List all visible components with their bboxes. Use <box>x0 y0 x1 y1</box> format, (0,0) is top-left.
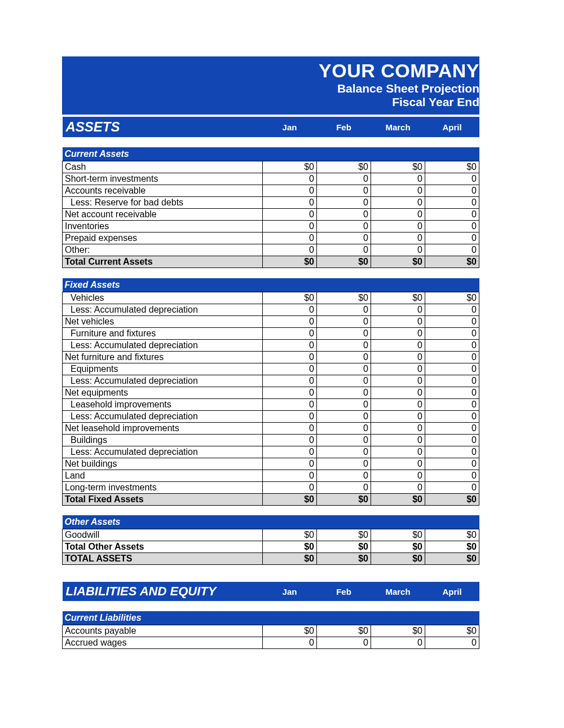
total-assets: TOTAL ASSETS $0 $0 $0 $0 <box>63 553 479 565</box>
row-label: Net vehicles <box>63 315 263 327</box>
month-feb: Feb <box>317 582 371 601</box>
row-value: 0 <box>263 434 317 446</box>
row-value: 0 <box>263 363 317 375</box>
row-value: 0 <box>317 185 371 197</box>
row-value: 0 <box>263 197 317 209</box>
row-value: 0 <box>371 197 425 209</box>
row-label: Inventories <box>63 221 263 233</box>
row-label: Land <box>63 470 263 481</box>
row-value: 0 <box>263 458 317 470</box>
row-value: $0 <box>371 625 425 637</box>
balance-sheet: YOUR COMPANY Balance Sheet Projection Fi… <box>62 56 479 649</box>
current-assets-header: Current Assets <box>63 147 479 161</box>
row-value: 0 <box>263 209 317 221</box>
row-value: 0 <box>371 434 425 446</box>
row-value: 0 <box>317 315 371 327</box>
row-value: 0 <box>317 398 371 410</box>
month-march: March <box>371 582 425 601</box>
table-row: Buildings0000 <box>63 434 479 446</box>
assets-title: ASSETS <box>63 117 263 137</box>
row-value: 0 <box>317 209 371 221</box>
table-row: Inventories0000 <box>63 221 479 233</box>
row-value: $0 <box>425 529 479 541</box>
row-value: $0 <box>425 625 479 637</box>
row-value: 0 <box>425 410 479 422</box>
row-value: 0 <box>425 339 479 351</box>
row-value: 0 <box>371 327 425 339</box>
row-value: $0 <box>317 292 371 304</box>
row-value: 0 <box>317 351 371 363</box>
row-value: 0 <box>263 173 317 185</box>
row-value: 0 <box>317 410 371 422</box>
row-value: $0 <box>317 529 371 541</box>
row-label: Accounts payable <box>63 625 263 637</box>
table-row: Less: Accumulated depreciation0000 <box>63 375 479 387</box>
row-value: $0 <box>371 161 425 173</box>
row-value: 0 <box>371 363 425 375</box>
row-label: Less: Accumulated depreciation <box>63 339 263 351</box>
row-value: 0 <box>425 173 479 185</box>
row-value: 0 <box>263 422 317 434</box>
row-value: 0 <box>317 458 371 470</box>
table-row: Leasehold improvements0000 <box>63 398 479 410</box>
total-current-assets: Total Current Assets $0 $0 $0 $0 <box>63 256 479 268</box>
table-row: Cash$0$0$0$0 <box>63 161 479 173</box>
table-row: Land0000 <box>63 470 479 481</box>
title-banner: YOUR COMPANY Balance Sheet Projection Fi… <box>62 56 479 115</box>
row-value: 0 <box>371 351 425 363</box>
row-label: Goodwill <box>63 529 263 541</box>
liabilities-header-row: LIABILITIES AND EQUITY Jan Feb March Apr… <box>63 582 479 601</box>
row-value: 0 <box>371 637 425 649</box>
row-value: 0 <box>425 363 479 375</box>
table-row: Less: Accumulated depreciation0000 <box>63 410 479 422</box>
row-value: 0 <box>263 244 317 256</box>
table-row: Prepaid expenses0000 <box>63 233 479 244</box>
row-value: 0 <box>263 446 317 458</box>
row-value: 0 <box>317 387 371 398</box>
row-value: 0 <box>371 387 425 398</box>
row-value: 0 <box>263 637 317 649</box>
row-value: 0 <box>425 434 479 446</box>
row-label: Leasehold improvements <box>63 398 263 410</box>
row-label: Cash <box>63 161 263 173</box>
table-row: Net vehicles0000 <box>63 315 479 327</box>
row-value: 0 <box>371 458 425 470</box>
liabilities-table: LIABILITIES AND EQUITY Jan Feb March Apr… <box>62 582 479 649</box>
row-value: 0 <box>317 375 371 387</box>
row-value: 0 <box>317 446 371 458</box>
table-row: Less: Accumulated depreciation0000 <box>63 446 479 458</box>
row-value: 0 <box>263 221 317 233</box>
row-value: 0 <box>263 398 317 410</box>
subtitle-2: Fiscal Year End <box>62 95 479 109</box>
row-value: 0 <box>425 387 479 398</box>
row-label: Less: Reserve for bad debts <box>63 197 263 209</box>
row-value: 0 <box>371 410 425 422</box>
table-row: Less: Accumulated depreciation0000 <box>63 339 479 351</box>
row-value: 0 <box>425 209 479 221</box>
table-row: Net account receivable0000 <box>63 209 479 221</box>
row-value: 0 <box>263 339 317 351</box>
table-row: Other:0000 <box>63 244 479 256</box>
row-value: 0 <box>371 339 425 351</box>
row-value: $0 <box>263 625 317 637</box>
row-label: Long-term investments <box>63 481 263 493</box>
table-row: Less: Reserve for bad debts0000 <box>63 197 479 209</box>
row-value: 0 <box>371 233 425 244</box>
row-value: 0 <box>371 315 425 327</box>
row-value: 0 <box>317 363 371 375</box>
row-label: Buildings <box>63 434 263 446</box>
row-value: 0 <box>425 197 479 209</box>
month-jan: Jan <box>263 582 317 601</box>
row-label: Accrued wages <box>63 637 263 649</box>
table-row: Furniture and fixtures0000 <box>63 327 479 339</box>
assets-header-row: ASSETS Jan Feb March April <box>63 117 479 137</box>
fixed-assets-header: Fixed Assets <box>63 278 479 292</box>
row-value: $0 <box>425 161 479 173</box>
total-other-assets: Total Other Assets $0 $0 $0 $0 <box>63 541 479 553</box>
row-value: 0 <box>317 327 371 339</box>
month-feb: Feb <box>317 117 371 137</box>
row-value: $0 <box>263 529 317 541</box>
table-row: Goodwill$0$0$0$0 <box>63 529 479 541</box>
row-value: 0 <box>425 481 479 493</box>
row-value: 0 <box>371 173 425 185</box>
